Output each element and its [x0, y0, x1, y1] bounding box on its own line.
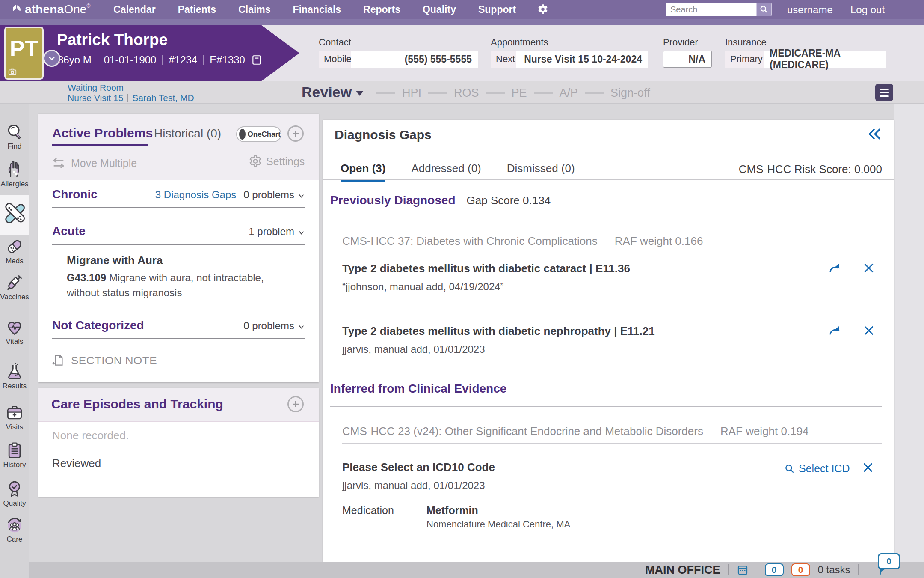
nav-item-quality[interactable]: Quality	[423, 4, 456, 15]
sidebar-item-results[interactable]: Results	[0, 362, 29, 390]
collapse-panel-icon[interactable]	[867, 127, 882, 141]
onechart-label: OneChart	[248, 130, 281, 139]
tab-active-problems[interactable]: Active Problems	[52, 126, 153, 140]
tab-historical[interactable]: Historical (0)	[154, 127, 221, 140]
previously-diagnosed-title: Previously Diagnosed	[330, 194, 456, 207]
inbox-count-badge[interactable]: 0	[765, 563, 784, 576]
dismiss-x-icon[interactable]	[862, 324, 876, 337]
sidebar-item-find[interactable]: Find	[0, 122, 29, 151]
dismiss-x-icon[interactable]	[862, 261, 876, 275]
breadcrumb-location[interactable]: Waiting Room	[68, 83, 124, 93]
encounter-note-icon[interactable]	[251, 54, 262, 66]
problem-name[interactable]: Migrane with Aura	[67, 254, 163, 267]
care-episodes-header: Care Episodes and Tracking	[38, 388, 319, 422]
care-team-icon	[5, 515, 24, 534]
sidebar-item-vitals[interactable]: Vitals	[0, 318, 29, 346]
banner-collapse-button[interactable]	[43, 50, 60, 67]
care-episodes-empty-text: None recorded.	[52, 429, 129, 442]
encounter-menu-button[interactable]	[875, 84, 893, 101]
breadcrumb-provider[interactable]: Sarah Test, MD	[132, 93, 194, 103]
diagnosis-gaps-title: Diagnosis Gaps	[335, 128, 432, 142]
divider	[203, 55, 204, 65]
problems-settings-button[interactable]: Settings	[248, 154, 305, 169]
insurance-group: Insurance Primary MEDICARE-MA (MEDICARE)	[725, 25, 888, 81]
gap-score: Gap Score 0.134	[467, 194, 551, 207]
sidebar-item-meds[interactable]: Meds	[0, 237, 29, 265]
vitals-heart-icon	[5, 318, 24, 337]
brand-light: One	[64, 3, 86, 16]
sidebar-item-vaccines[interactable]: Vaccines	[0, 273, 29, 301]
nav-item-support[interactable]: Support	[478, 4, 516, 15]
divider	[127, 94, 128, 102]
sidebar-item-problems-selected[interactable]	[0, 195, 29, 235]
add-problem-button[interactable]	[287, 125, 304, 142]
department-selector[interactable]: MAIN OFFICE	[645, 563, 720, 577]
mobile-value-field[interactable]: (555) 555-5555	[351, 51, 478, 68]
readdress-icon[interactable]	[828, 324, 841, 337]
patient-avatar[interactable]: PT	[4, 27, 44, 80]
chevron-down-icon[interactable]	[298, 229, 305, 236]
problems-panel: Active Problems Historical (0) OneChart …	[38, 114, 319, 382]
stepper-dash	[585, 92, 604, 94]
settings-gear-icon	[248, 154, 263, 169]
chat-count: 0	[878, 553, 900, 569]
search-input[interactable]	[666, 3, 756, 16]
find-icon	[5, 122, 24, 141]
alert-count-badge[interactable]: 0	[791, 563, 810, 576]
stage-dropdown[interactable]: Review	[302, 84, 364, 101]
onechart-toggle[interactable]: OneChart	[236, 126, 281, 142]
sidebar-item-care[interactable]: Care	[0, 515, 29, 544]
provider-section-title: Provider	[663, 37, 698, 48]
provider-field[interactable]: N/A	[663, 51, 712, 68]
username-menu[interactable]: username	[787, 4, 833, 16]
global-search	[666, 3, 772, 16]
patient-chart-id: #1234	[169, 54, 197, 66]
chevron-down-icon[interactable]	[298, 323, 305, 331]
gear-icon[interactable]	[536, 3, 549, 16]
divider	[858, 564, 859, 575]
cms-hcc-risk-score: CMS-HCC Risk Score: 0.000	[739, 163, 882, 176]
not-categorized-count: 0 problems	[243, 320, 294, 332]
section-note-button[interactable]: SECTION NOTE	[51, 354, 157, 367]
evidence-medication: Metformin	[426, 504, 478, 517]
sidebar-item-visits[interactable]: Visits	[0, 403, 29, 432]
gap-item-actions	[828, 261, 876, 275]
insurance-value-field[interactable]: MEDICARE-MA (MEDICARE)	[764, 51, 886, 68]
divider	[98, 55, 98, 65]
dismiss-x-icon[interactable]	[861, 461, 875, 474]
sidebar-item-allergies[interactable]: Allergies	[0, 160, 29, 188]
nav-item-calendar[interactable]: Calendar	[113, 4, 155, 15]
chat-bubble-button[interactable]: 0	[878, 553, 900, 571]
stage-hpi[interactable]: HPI	[402, 86, 421, 100]
stage-signoff[interactable]: Sign-off	[610, 86, 650, 100]
chevron-down-icon[interactable]	[298, 192, 305, 200]
search-button[interactable]	[756, 3, 772, 16]
hcc-23-label: CMS-HCC 23 (v24): Other Significant Endo…	[342, 425, 703, 438]
nav-item-patients[interactable]: Patients	[178, 4, 216, 15]
sidebar-item-quality[interactable]: Quality	[0, 480, 29, 508]
patient-age-sex: 36yo M	[58, 54, 92, 66]
evidence-row: Medication Metformin	[342, 504, 478, 517]
move-multiple-button[interactable]: Move Multiple	[51, 156, 137, 170]
stage-pe[interactable]: PE	[512, 86, 527, 100]
nav-item-reports[interactable]: Reports	[363, 4, 400, 15]
readdress-icon[interactable]	[828, 261, 841, 275]
diagnosis-gaps-link[interactable]: 3 Diagnosis Gaps	[155, 189, 236, 201]
stage-ros[interactable]: ROS	[454, 86, 479, 100]
stage-ap[interactable]: A/P	[560, 86, 578, 100]
athenaone-logo[interactable]: athenaOne®	[11, 3, 90, 16]
diagnosis-gaps-panel: Diagnosis Gaps Open (3) Addressed (0) Di…	[323, 120, 894, 562]
add-care-episode-button[interactable]	[287, 396, 304, 412]
next-appointment-field[interactable]: Nurse Visit 15 10-24-2024	[516, 51, 648, 68]
logout-link[interactable]: Log out	[850, 4, 885, 16]
divider	[728, 564, 729, 575]
care-reviewed-link[interactable]: Reviewed	[52, 457, 101, 470]
breadcrumb-visit[interactable]: Nurse Visit 15	[68, 93, 123, 103]
camera-icon[interactable]	[8, 67, 17, 76]
nav-item-claims[interactable]: Claims	[238, 4, 270, 15]
sidebar-item-history[interactable]: History	[0, 441, 29, 469]
visits-bag-icon	[5, 403, 24, 422]
schedule-icon[interactable]	[736, 563, 749, 576]
nav-item-financials[interactable]: Financials	[293, 4, 341, 15]
select-icd-button[interactable]: Select ICD	[784, 462, 850, 475]
